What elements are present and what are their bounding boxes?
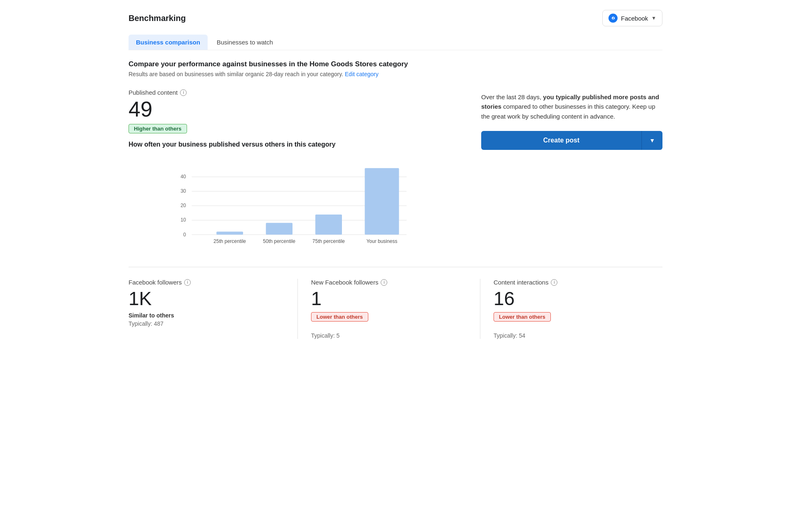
tab-businesses-to-watch[interactable]: Businesses to watch <box>209 35 281 50</box>
header: Benchmarking Facebook ▼ <box>129 10 662 26</box>
tab-business-comparison[interactable]: Business comparison <box>129 35 208 50</box>
facebook-followers-info-icon[interactable]: i <box>184 279 191 286</box>
facebook-selector[interactable]: Facebook ▼ <box>602 10 662 26</box>
published-content-info-icon[interactable]: i <box>180 89 187 96</box>
svg-rect-12 <box>266 223 293 235</box>
svg-text:0: 0 <box>183 232 186 238</box>
facebook-followers-label: Facebook followers <box>129 279 182 286</box>
new-facebook-followers-info-icon[interactable]: i <box>381 279 387 286</box>
new-facebook-followers-typically: Typically: 5 <box>311 332 467 339</box>
svg-text:25th percentile: 25th percentile <box>213 238 246 244</box>
facebook-logo-icon <box>608 14 618 23</box>
content-interactions-value: 16 <box>494 289 649 308</box>
tabs-container: Business comparison Businesses to watch <box>129 35 662 50</box>
svg-rect-13 <box>315 215 342 235</box>
chart-svg: 0 10 20 30 40 25th percenti <box>129 155 456 254</box>
new-facebook-followers-value: 1 <box>311 289 467 308</box>
content-interactions-info-icon[interactable]: i <box>551 279 557 286</box>
svg-text:30: 30 <box>180 188 186 194</box>
metrics-row: Facebook followers i 1K Similar to other… <box>129 267 662 339</box>
metric-card-facebook-followers: Facebook followers i 1K Similar to other… <box>129 279 298 339</box>
published-content-label: Published content <box>129 89 178 96</box>
svg-text:40: 40 <box>180 174 186 180</box>
facebook-followers-badge: Similar to others <box>129 312 284 319</box>
new-facebook-followers-label: New Facebook followers <box>311 279 378 286</box>
facebook-followers-typically: Typically: 487 <box>129 320 284 327</box>
chart-title: How often your business published versus… <box>129 141 456 148</box>
page-title: Benchmarking <box>129 14 186 23</box>
published-content-badge: Higher than others <box>129 124 187 133</box>
content-interactions-badge: Lower than others <box>494 312 551 322</box>
svg-text:50th percentile: 50th percentile <box>263 238 295 244</box>
right-panel: Over the last 28 days, you typically pub… <box>481 89 662 254</box>
edit-category-link[interactable]: Edit category <box>345 71 379 77</box>
content-interactions-typically: Typically: 54 <box>494 332 649 339</box>
svg-rect-11 <box>216 231 243 234</box>
facebook-selector-label: Facebook <box>621 15 648 22</box>
comparison-subtext: Results are based on businesses with sim… <box>129 71 662 77</box>
svg-text:10: 10 <box>180 217 186 223</box>
create-post-row: Create post ▼ <box>481 131 662 150</box>
main-content: Published content i 49 Higher than other… <box>129 89 662 254</box>
chevron-down-icon: ▼ <box>651 15 656 21</box>
metric-card-content-interactions: Content interactions i 16 Lower than oth… <box>494 279 662 339</box>
svg-rect-14 <box>365 168 399 235</box>
published-content-label-row: Published content i <box>129 89 456 96</box>
bar-chart: 0 10 20 30 40 25th percenti <box>129 155 456 254</box>
svg-text:75th percentile: 75th percentile <box>312 238 345 244</box>
insight-text: Over the last 28 days, you typically pub… <box>481 92 662 121</box>
content-interactions-label: Content interactions <box>494 279 548 286</box>
comparison-headline: Compare your performance against busines… <box>129 60 662 68</box>
new-facebook-followers-badge: Lower than others <box>311 312 368 322</box>
svg-text:Your business: Your business <box>366 238 397 244</box>
left-panel: Published content i 49 Higher than other… <box>129 89 456 254</box>
svg-text:20: 20 <box>180 203 186 208</box>
create-post-dropdown-button[interactable]: ▼ <box>641 131 662 150</box>
create-post-button[interactable]: Create post <box>481 131 641 150</box>
svg-point-0 <box>608 14 618 23</box>
published-content-value: 49 <box>129 98 456 120</box>
metric-card-new-facebook-followers: New Facebook followers i 1 Lower than ot… <box>311 279 480 339</box>
facebook-followers-value: 1K <box>129 289 284 308</box>
